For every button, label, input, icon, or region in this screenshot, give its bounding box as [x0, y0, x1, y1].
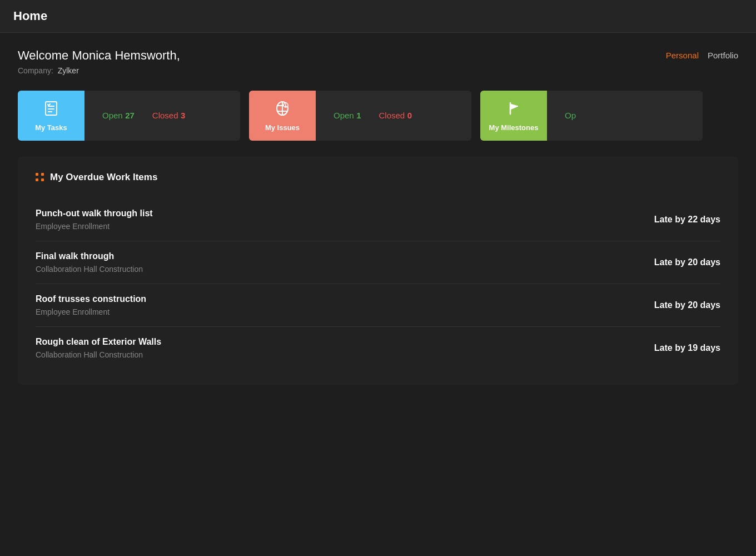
- tasks-card-label: My Tasks: [35, 123, 67, 132]
- company-name: Zylker: [58, 66, 79, 75]
- my-milestones-card[interactable]: My Milestones Op: [480, 91, 703, 141]
- issues-icon-box: My Issues: [249, 91, 316, 141]
- milestones-icon: [505, 100, 523, 121]
- work-item-project-0: Employee Enrollment: [36, 222, 153, 231]
- issues-closed-stat: Closed 0: [379, 111, 412, 121]
- issues-card-label: My Issues: [265, 123, 300, 132]
- portfolio-view-button[interactable]: Portfolio: [708, 51, 738, 60]
- issues-open-label: Open: [334, 111, 354, 120]
- tasks-open-count: 27: [125, 111, 135, 120]
- tasks-icon-box: My Tasks: [18, 91, 84, 141]
- work-item-left-1: Final walk through Collaboration Hall Co…: [36, 251, 143, 274]
- work-item-name-3: Rough clean of Exterior Walls: [36, 337, 161, 347]
- dots-icon: [36, 173, 44, 182]
- work-item-late-0: Late by 22 days: [654, 215, 720, 225]
- header: Home: [0, 0, 756, 33]
- welcome-left: Welcome Monica Hemsworth, Company: Zylke…: [18, 48, 180, 75]
- milestones-card-label: My Milestones: [489, 123, 539, 132]
- tasks-closed-label: Closed: [152, 111, 178, 120]
- milestones-open-label: Op: [565, 111, 576, 120]
- tasks-open-stat: Open 27: [102, 111, 135, 121]
- overdue-section: My Overdue Work Items Punch-out walk thr…: [18, 156, 738, 385]
- my-issues-card[interactable]: My Issues Open 1 Closed 0: [249, 91, 471, 141]
- welcome-row: Welcome Monica Hemsworth, Company: Zylke…: [18, 48, 738, 75]
- work-item-project-3: Collaboration Hall Construction: [36, 350, 161, 359]
- issues-stats: Open 1 Closed 0: [316, 91, 471, 141]
- tasks-icon: [42, 100, 60, 121]
- issues-icon: [273, 100, 291, 121]
- work-item-name-1: Final walk through: [36, 251, 143, 261]
- work-item-late-2: Late by 20 days: [654, 300, 720, 310]
- milestones-stats: Op: [547, 91, 703, 141]
- work-item-project-2: Employee Enrollment: [36, 307, 146, 316]
- welcome-greeting: Welcome Monica Hemsworth,: [18, 48, 180, 63]
- tasks-closed-count: 3: [181, 111, 185, 120]
- work-item[interactable]: Rough clean of Exterior Walls Collaborat…: [36, 327, 720, 369]
- cards-row: My Tasks Open 27 Closed 3: [18, 91, 738, 141]
- main-content: Welcome Monica Hemsworth, Company: Zylke…: [0, 33, 756, 400]
- work-item[interactable]: Punch-out walk through list Employee Enr…: [36, 198, 720, 241]
- svg-point-7: [285, 106, 286, 107]
- issues-open-stat: Open 1: [334, 111, 361, 121]
- personal-view-button[interactable]: Personal: [666, 51, 699, 60]
- my-tasks-card[interactable]: My Tasks Open 27 Closed 3: [18, 91, 240, 141]
- overdue-title: My Overdue Work Items: [50, 172, 157, 183]
- work-item-project-1: Collaboration Hall Construction: [36, 265, 143, 274]
- company-label: Company:: [18, 66, 53, 75]
- issues-open-count: 1: [356, 111, 361, 120]
- overdue-header: My Overdue Work Items: [36, 172, 720, 183]
- work-item-left-2: Roof trusses construction Employee Enrol…: [36, 294, 146, 316]
- company-row: Company: Zylker: [18, 66, 180, 75]
- view-toggle: Personal Portfolio: [666, 51, 738, 60]
- issues-closed-count: 0: [407, 111, 412, 120]
- work-item-late-1: Late by 20 days: [654, 257, 720, 267]
- work-item-late-3: Late by 19 days: [654, 343, 720, 353]
- work-item-name-0: Punch-out walk through list: [36, 209, 153, 219]
- work-item-left-0: Punch-out walk through list Employee Enr…: [36, 209, 153, 231]
- tasks-open-label: Open: [102, 111, 123, 120]
- work-item-name-2: Roof trusses construction: [36, 294, 146, 304]
- milestones-icon-box: My Milestones: [480, 91, 547, 141]
- work-item[interactable]: Final walk through Collaboration Hall Co…: [36, 241, 720, 284]
- tasks-stats: Open 27 Closed 3: [84, 91, 240, 141]
- page-title: Home: [13, 9, 47, 23]
- work-item-left-3: Rough clean of Exterior Walls Collaborat…: [36, 337, 161, 359]
- issues-closed-label: Closed: [379, 111, 405, 120]
- milestones-open-stat: Op: [565, 111, 576, 121]
- tasks-closed-stat: Closed 3: [152, 111, 186, 121]
- work-item[interactable]: Roof trusses construction Employee Enrol…: [36, 284, 720, 327]
